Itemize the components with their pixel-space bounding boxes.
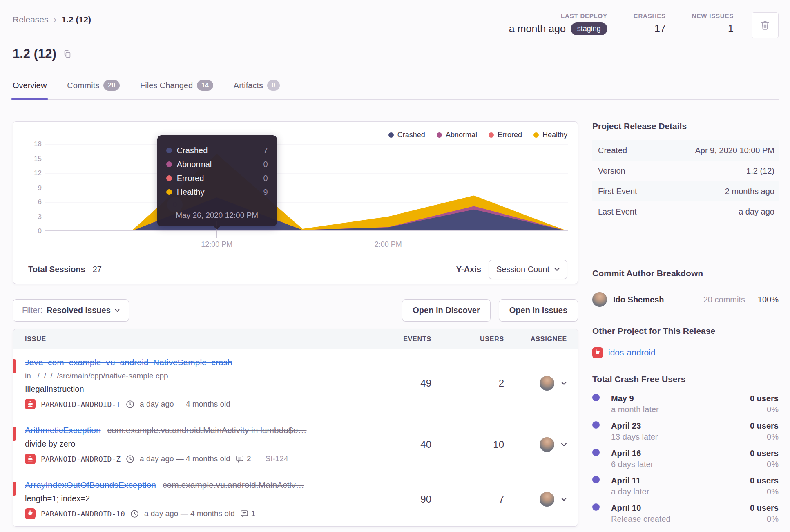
other-project-link[interactable]: idos-android [608, 348, 656, 358]
clock-icon [130, 510, 139, 518]
yaxis-select[interactable]: Session Count [489, 260, 567, 279]
issue-title-suffix: com.example.vu.android.MainActiv… [163, 480, 304, 490]
healthy-legend-dot [533, 132, 539, 138]
stat-new-issues: NEW ISSUES 1 [692, 12, 734, 34]
sessions-area-chart: 0 Crashed 7 Abnormal 0 [45, 128, 568, 231]
timeline-dot [592, 449, 600, 456]
issue-title-link[interactable]: Java_com_example_vu_android_NativeSample… [25, 358, 232, 367]
detail-row-version: Version1.2 (12) [592, 161, 779, 181]
java-project-icon [592, 347, 603, 358]
chevron-down-icon[interactable] [561, 497, 567, 501]
y-tick-label: 15 [13, 155, 42, 163]
assignee-avatar[interactable] [540, 437, 554, 452]
issue-title-suffix: com.example.vu.android.MainActivity in l… [107, 425, 307, 435]
abnormal-legend-dot [437, 132, 442, 138]
legend-item-abnormal[interactable]: Abnormal [437, 131, 477, 139]
tooltip-date: May 26, 2020 12:00 PM [157, 205, 277, 226]
comments-icon [236, 455, 244, 463]
stat-crashes-value: 17 [654, 22, 666, 34]
issue-title-link[interactable]: ArithmeticException [25, 425, 101, 435]
project-slug: PARANOID-ANDROID-10 [41, 510, 125, 518]
issue-users-count: 2 [431, 349, 504, 417]
chevron-down-icon[interactable] [561, 381, 567, 385]
author-percent: 100% [757, 295, 779, 304]
comments-icon [240, 510, 248, 518]
commits-count-badge: 20 [103, 80, 120, 91]
copy-version-button[interactable] [63, 49, 72, 58]
chevron-down-icon [115, 309, 120, 312]
issue-culprit: length=1; index=2 [25, 493, 358, 504]
y-tick-label: 3 [13, 213, 42, 221]
y-tick-label: 12 [13, 169, 42, 177]
issue-comments[interactable]: 2 [236, 454, 251, 463]
errored-legend-dot [489, 132, 494, 138]
legend-item-crashed[interactable]: Crashed [388, 131, 425, 139]
assignee-avatar[interactable] [540, 492, 554, 507]
chart-plot-area [45, 128, 568, 231]
issue-events-count: 49 [366, 349, 431, 417]
issues-filter-select[interactable]: Filter: Resolved Issues [13, 299, 129, 322]
column-issue: ISSUE [13, 335, 366, 343]
issue-row: Java_com_example_vu_android_NativeSample… [13, 349, 578, 417]
timeline-item: April 110 users a day later0% [592, 475, 779, 497]
issue-culprit: divide by zero [25, 438, 358, 449]
breadcrumb-releases-link[interactable]: Releases [13, 15, 49, 25]
page-title: 1.2 (12) [13, 47, 56, 61]
y-tick-label: 18 [13, 140, 42, 148]
crashed-dot-icon [166, 148, 172, 153]
legend-item-errored[interactable]: Errored [489, 131, 522, 139]
tooltip-row-errored: Errored 0 [166, 171, 268, 185]
timeline-dot [592, 421, 600, 429]
deploy-env-badge: staging [571, 22, 607, 35]
stat-new-issues-label: NEW ISSUES [692, 12, 734, 19]
timeline-dot [592, 476, 600, 483]
stat-crashes-label: CRASHES [634, 12, 666, 19]
issues-table-header: ISSUE EVENTS USERS ASSIGNEE [13, 329, 578, 349]
issue-comments[interactable]: 1 [240, 509, 256, 518]
tab-files-changed[interactable]: Files Changed 14 [140, 80, 213, 99]
issue-title-link[interactable]: ArrayIndexOutOfBoundsException [25, 480, 156, 490]
section-title: Commit Author Breakdown [592, 268, 779, 278]
stat-crashes: CRASHES 17 [634, 12, 666, 34]
issue-location: in ../../../../src/main/cpp/native-sampl… [25, 371, 358, 381]
chevron-down-icon[interactable] [561, 443, 567, 447]
trash-icon [760, 20, 770, 31]
timeline-item: April 100 users Release created0% [592, 503, 779, 525]
release-stats: LAST DEPLOY a month ago staging CRASHES … [509, 12, 734, 35]
divider [258, 454, 258, 464]
issue-row: ArithmeticExceptioncom.example.vu.androi… [13, 417, 578, 472]
release-tabs: Overview Commits 20 Files Changed 14 Art… [13, 80, 779, 100]
issue-culprit: IllegalInstruction [25, 384, 358, 395]
timeline-item: May 90 users a month later0% [592, 393, 779, 415]
tooltip-row-crashed: Crashed 7 [166, 143, 268, 157]
issue-age: a day ago — 4 months old [140, 454, 230, 463]
project-slug: PARANOID-ANDROID-Z [41, 455, 121, 463]
issue-short-id: SI-124 [265, 454, 288, 463]
open-in-discover-button[interactable]: Open in Discover [402, 299, 491, 322]
open-in-issues-button[interactable]: Open in Issues [499, 299, 578, 322]
top-header: Releases › 1.2 (12) LAST DEPLOY a month … [0, 0, 790, 38]
tab-overview[interactable]: Overview [13, 80, 47, 99]
assignee-avatar[interactable] [540, 376, 554, 391]
tab-commits[interactable]: Commits 20 [67, 80, 120, 99]
issue-age: a day ago — 4 months old [144, 509, 235, 518]
timeline-dot [592, 503, 600, 511]
tab-artifacts[interactable]: Artifacts 0 [234, 80, 280, 99]
sessions-chart-card: Crashed Abnormal Errored Healthy 0369121… [13, 121, 578, 284]
issue-age: a day ago — 4 months old [140, 400, 230, 409]
stat-last-deploy: LAST DEPLOY a month ago staging [509, 12, 607, 35]
x-tick-label: 2:00 PM [375, 240, 402, 249]
column-events: EVENTS [366, 335, 431, 343]
abnormal-dot-icon [166, 161, 172, 167]
delete-release-button[interactable] [752, 12, 779, 38]
chart-tooltip: Crashed 7 Abnormal 0 Errored 0 [157, 135, 277, 226]
copy-icon [63, 49, 72, 58]
legend-item-healthy[interactable]: Healthy [533, 131, 567, 139]
detail-row-first-event: First Event2 months ago [592, 181, 779, 201]
clock-icon [126, 455, 134, 463]
project-release-details-section: Project Release Details CreatedApr 9, 20… [592, 121, 779, 222]
issue-users-count: 10 [431, 417, 504, 472]
stat-last-deploy-value: a month ago [509, 23, 566, 35]
y-tick-label: 9 [13, 184, 42, 192]
breadcrumb: Releases › 1.2 (12) [13, 12, 91, 25]
